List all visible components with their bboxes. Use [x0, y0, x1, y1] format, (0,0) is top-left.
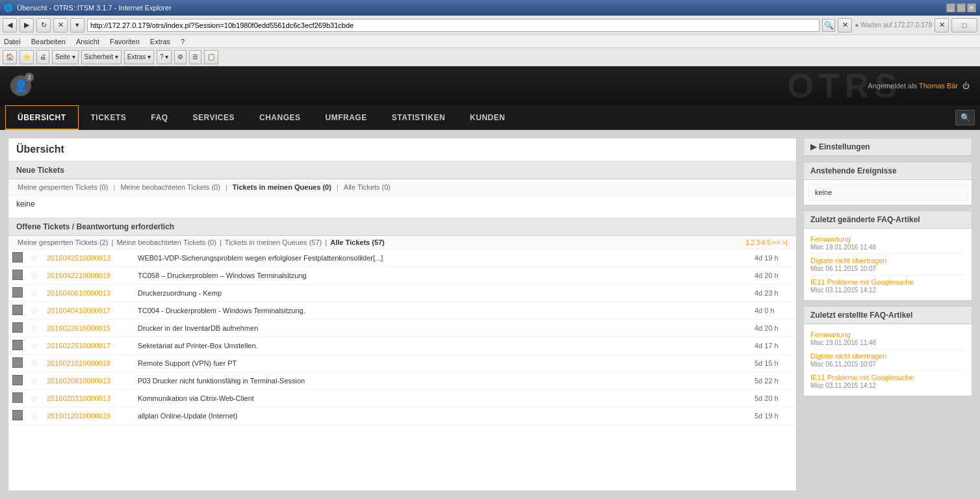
ticket-star-icon[interactable]: ☆: [31, 411, 39, 421]
menu-bearbeiten[interactable]: Bearbeiten: [30, 38, 67, 45]
page-2[interactable]: 2: [751, 238, 754, 246]
toolbar-help[interactable]: ? ▾: [157, 50, 172, 64]
ticket-id-link[interactable]: 2016042210000019: [47, 272, 110, 279]
toolbar-page[interactable]: Seite ▾: [52, 50, 79, 64]
toolbar-security[interactable]: Sicherheit ▾: [81, 50, 122, 64]
ticket-id-link[interactable]: 2016040410000017: [47, 307, 110, 314]
logout-icon[interactable]: ⏻: [962, 82, 970, 90]
stop-button[interactable]: ✕: [53, 18, 68, 32]
user-name-link[interactable]: Thomas Bär: [919, 82, 958, 90]
ticket-id-link[interactable]: 2016040610000013: [47, 289, 110, 297]
ticket-star-cell: ☆: [27, 407, 43, 425]
ticket-id-link[interactable]: 2016012010000019: [47, 412, 110, 420]
dropdown-button[interactable]: ▾: [70, 18, 84, 32]
stop-x-button[interactable]: ✕: [838, 18, 852, 32]
ticket-id-link[interactable]: 2016022510000017: [47, 342, 110, 350]
page-1[interactable]: 1: [745, 238, 749, 246]
address-bar[interactable]: [87, 19, 819, 32]
ticket-star-icon[interactable]: ☆: [31, 376, 39, 386]
close-tab-button[interactable]: ✕: [935, 18, 949, 32]
toolbar-home[interactable]: 🏠: [3, 50, 17, 64]
nav-item-kunden[interactable]: KUNDEN: [458, 105, 517, 130]
ticket-id-link[interactable]: 2016021010000018: [47, 359, 110, 367]
page-last[interactable]: >|: [782, 238, 788, 246]
neue-filter-watched[interactable]: Meine beobachteten Tickets (0): [120, 183, 220, 191]
ticket-star-icon[interactable]: ☆: [31, 340, 39, 351]
menu-ansicht[interactable]: Ansicht: [75, 38, 101, 45]
toolbar-icon2[interactable]: ☰: [189, 50, 201, 64]
browser-toolbar: ◀ ▶ ↻ ✕ ▾ 🔍 ✕ ● Warten auf 172.27.0.179 …: [0, 16, 980, 35]
neue-tickets-filters: Meine gesperrten Tickets (0) | Meine beo…: [8, 179, 796, 196]
nav-item-changes[interactable]: CHANGES: [247, 105, 313, 130]
menu-help[interactable]: ?: [179, 38, 186, 45]
minimize-button[interactable]: _: [946, 3, 955, 12]
faq-created-link[interactable]: Fernwartung: [810, 331, 965, 339]
faq-changed-link[interactable]: IE11 Probleme mit Googlesuche: [810, 278, 965, 286]
faq-changed-link[interactable]: Digtate nicht übertragen: [810, 257, 965, 264]
menu-favoriten[interactable]: Favoriten: [109, 38, 141, 45]
ticket-id-link[interactable]: 2016022610000015: [47, 324, 110, 332]
ticket-star-icon[interactable]: ☆: [31, 305, 39, 316]
ticket-star-icon[interactable]: ☆: [31, 288, 39, 298]
ticket-star-icon[interactable]: ☆: [31, 358, 39, 368]
new-tab-button[interactable]: □: [951, 18, 977, 32]
page-4[interactable]: 4: [762, 238, 766, 246]
toolbar-print[interactable]: 🖨: [36, 50, 49, 64]
nav-search-button[interactable]: 🔍: [955, 110, 975, 125]
faq-created-box: Zuletzt erstellte FAQ-Artikel Fernwartun…: [803, 306, 972, 396]
ticket-status-icon: [12, 252, 23, 262]
toolbar-icon3[interactable]: 📋: [204, 50, 218, 64]
browser-titlebar-left: 🌐 Übersicht - OTRS::ITSM 3.1.7 - Interne…: [4, 4, 172, 12]
loading-indicator: ● Warten auf 172.27.0.179: [855, 21, 932, 29]
faq-created-link[interactable]: Digtate nicht übertragen: [810, 352, 965, 360]
offene-filter-myqueues[interactable]: Tickets in meinen Queues (57): [225, 238, 322, 246]
menu-extras[interactable]: Extras: [149, 38, 172, 45]
nav-item-umfrage[interactable]: UMFRAGE: [313, 105, 380, 130]
browser-titlebar-controls[interactable]: _ □ ✕: [946, 3, 976, 12]
faq-created-item: IE11 Probleme mit Googlesuche Misc 03.11…: [810, 371, 965, 392]
address-search-button[interactable]: 🔍: [822, 19, 835, 32]
ticket-star-icon[interactable]: ☆: [31, 270, 39, 281]
ticket-icon-cell: [8, 267, 27, 285]
nav-item-tickets[interactable]: TICKETS: [79, 105, 139, 130]
offene-filter-watched[interactable]: Meine beobachteten Tickets (0): [116, 238, 216, 246]
page-3[interactable]: 3: [756, 238, 760, 246]
page-next[interactable]: >>: [772, 238, 780, 246]
forward-button[interactable]: ▶: [19, 18, 34, 32]
neue-filter-locked[interactable]: Meine gesperrten Tickets (0): [18, 183, 108, 191]
neue-filter-all[interactable]: Alle Tickets (0): [344, 183, 391, 191]
ticket-subject-cell: Remote Support (VPN) fuer PT: [134, 355, 751, 372]
toolbar-extras[interactable]: Extras ▾: [124, 50, 154, 64]
ticket-id-link[interactable]: 2016042510000013: [47, 254, 110, 262]
back-button[interactable]: ◀: [3, 18, 17, 32]
ticket-age-cell: 4d 20 h: [751, 320, 796, 337]
close-button[interactable]: ✕: [967, 3, 976, 12]
ticket-subject-cell: allplan Online-Update (Internet): [134, 407, 751, 425]
maximize-button[interactable]: □: [957, 3, 966, 12]
page-5[interactable]: 5: [767, 238, 771, 246]
faq-changed-box: Zuletzt geänderte FAQ-Artikel Fernwartun…: [803, 211, 972, 301]
ticket-star-icon[interactable]: ☆: [31, 323, 39, 333]
neue-filter-myqueues[interactable]: Tickets in meinen Queues (0): [233, 183, 331, 191]
ticket-star-icon[interactable]: ☆: [31, 393, 39, 403]
ticket-status-icon: [12, 357, 23, 368]
toolbar-icon1[interactable]: ⚙: [174, 50, 187, 64]
browser-menubar: Datei Bearbeiten Ansicht Favoriten Extra…: [0, 35, 980, 48]
browser-title: Übersicht - OTRS::ITSM 3.1.7 - Internet …: [17, 4, 172, 12]
offene-filter-locked[interactable]: Meine gesperrten Tickets (2): [18, 238, 108, 246]
nav-item-ubersicht[interactable]: ÜBERSICHT: [5, 105, 79, 130]
toolbar-favorites[interactable]: ⭐: [19, 50, 34, 64]
ticket-id-link[interactable]: 2016020310000013: [47, 394, 110, 402]
nav-item-services[interactable]: SERVICES: [181, 105, 247, 130]
offene-filter-all[interactable]: Alle Tickets (57): [330, 238, 385, 246]
ticket-id-link[interactable]: 2016020810000013: [47, 377, 110, 385]
faq-created-link[interactable]: IE11 Probleme mit Googlesuche: [810, 374, 965, 381]
nav-item-statistiken[interactable]: STATISTIKEN: [380, 105, 458, 130]
ticket-star-icon[interactable]: ☆: [31, 253, 39, 263]
ticket-subject-cell: WEB01-VDP-Sicherungsproblem wegen erfolg…: [134, 250, 751, 267]
einstellungen-header[interactable]: ▶ Einstellungen: [804, 138, 972, 156]
menu-datei[interactable]: Datei: [3, 38, 22, 45]
faq-changed-link[interactable]: Fernwartung: [810, 235, 965, 243]
refresh-button[interactable]: ↻: [36, 18, 51, 32]
nav-item-faq[interactable]: FAQ: [138, 105, 180, 130]
